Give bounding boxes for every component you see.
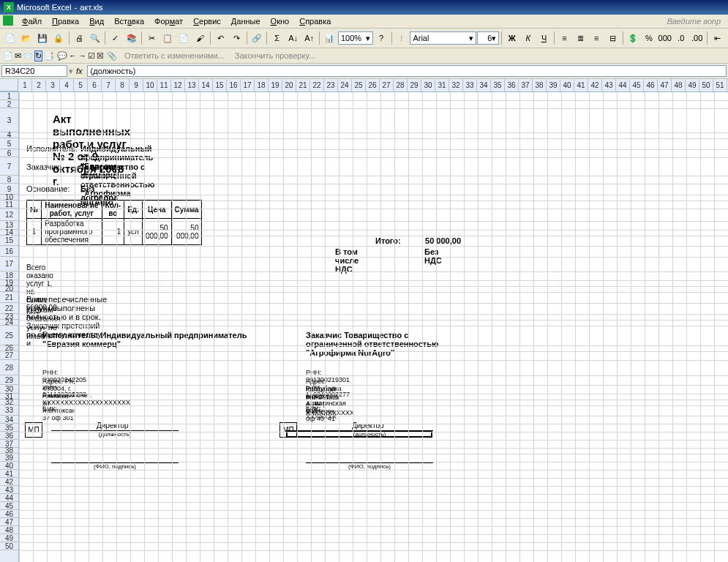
col-header-25[interactable]: 25 — [352, 79, 366, 91]
autosum-button[interactable]: Σ — [269, 30, 285, 46]
row-header-17[interactable]: 17 — [0, 257, 18, 271]
print-button[interactable]: 🖨 — [72, 30, 87, 46]
col-header-38[interactable]: 38 — [533, 79, 547, 91]
row-header-39[interactable]: 39 — [0, 454, 18, 462]
col-header-6[interactable]: 6 — [88, 79, 102, 91]
col-header-14[interactable]: 14 — [199, 79, 213, 91]
row-header-24[interactable]: 24 — [0, 320, 18, 326]
hyperlink-button[interactable]: 🔗 — [249, 30, 264, 46]
col-header-28[interactable]: 28 — [394, 79, 408, 91]
italic-button[interactable]: К — [520, 30, 536, 46]
col-header-43[interactable]: 43 — [602, 79, 616, 91]
row-header-32[interactable]: 32 — [0, 400, 18, 405]
rev4-button[interactable]: ↻ — [34, 50, 42, 61]
row-header-6[interactable]: 6 — [0, 149, 18, 157]
sort-desc-button[interactable]: A↑ — [301, 30, 317, 46]
col-header-39[interactable]: 39 — [547, 79, 560, 91]
col-header-13[interactable]: 13 — [185, 79, 199, 91]
row-header-12[interactable]: 12 — [0, 209, 18, 221]
dec-indent-button[interactable]: ⇤ — [710, 30, 725, 46]
menu-data[interactable]: Данные — [227, 15, 265, 27]
align-right-button[interactable]: ≡ — [589, 30, 604, 46]
col-header-17[interactable]: 17 — [241, 79, 255, 91]
rev2-button[interactable]: ✉ — [15, 51, 21, 61]
row-header-15[interactable]: 15 — [0, 236, 18, 246]
col-header-40[interactable]: 40 — [560, 79, 574, 91]
col-header-21[interactable]: 21 — [296, 79, 310, 91]
menu-format[interactable]: Формат — [150, 15, 187, 27]
copy-button[interactable]: 📋 — [160, 30, 176, 46]
row-header-1[interactable]: 1 — [0, 92, 18, 100]
cut-button[interactable]: ✂ — [144, 30, 160, 46]
rev1-button[interactable]: 📄 — [3, 51, 13, 61]
row-header-48[interactable]: 48 — [0, 526, 18, 534]
menu-help[interactable]: Справка — [295, 15, 335, 27]
research-button[interactable]: 📚 — [124, 30, 139, 46]
row-header-40[interactable]: 40 — [0, 462, 18, 470]
row-header-45[interactable]: 45 — [0, 502, 18, 510]
col-header-42[interactable]: 42 — [588, 79, 602, 91]
merge-button[interactable]: ⊟ — [605, 30, 620, 46]
col-header-24[interactable]: 24 — [338, 79, 352, 91]
col-header-16[interactable]: 16 — [227, 79, 241, 91]
comma-button[interactable]: 000 — [657, 30, 672, 46]
undo-button[interactable]: ↶ — [213, 30, 228, 46]
col-header-27[interactable]: 27 — [380, 79, 394, 91]
col-header-50[interactable]: 50 — [699, 79, 713, 91]
row-header-29[interactable]: 29 — [0, 375, 18, 385]
col-header-48[interactable]: 48 — [672, 79, 686, 91]
col-header-10[interactable]: 10 — [143, 79, 157, 91]
col-header-31[interactable]: 31 — [435, 79, 449, 91]
rev3-button[interactable]: 📨 — [23, 51, 33, 61]
save-button[interactable]: 💾 — [35, 30, 50, 46]
col-header-4[interactable]: 4 — [60, 79, 74, 91]
percent-button[interactable]: % — [641, 30, 656, 46]
row-header-34[interactable]: 34 — [0, 416, 18, 424]
row-header-21[interactable]: 21 — [0, 292, 18, 303]
col-header-11[interactable]: 11 — [157, 79, 171, 91]
menu-view[interactable]: Вид — [85, 15, 108, 27]
row-header-44[interactable]: 44 — [0, 494, 18, 502]
col-header-30[interactable]: 30 — [421, 79, 435, 91]
bold-button[interactable]: Ж — [504, 30, 519, 46]
menu-edit[interactable]: Правка — [48, 15, 83, 27]
row-header-5[interactable]: 5 — [0, 138, 18, 149]
row-header-47[interactable]: 47 — [0, 518, 18, 526]
open-button[interactable]: 📂 — [19, 30, 34, 46]
row-header-25[interactable]: 25 — [0, 326, 18, 345]
fx-label[interactable]: fx — [76, 67, 83, 75]
col-header-26[interactable]: 26 — [366, 79, 380, 91]
help-prompt[interactable]: Введите вопр — [663, 15, 725, 27]
row-header-26[interactable]: 26 — [0, 345, 18, 351]
col-header-20[interactable]: 20 — [282, 79, 296, 91]
menu-tools[interactable]: Сервис — [189, 15, 225, 27]
row-header-42[interactable]: 42 — [0, 478, 18, 486]
col-header-22[interactable]: 22 — [310, 79, 324, 91]
preview-button[interactable]: 🔍 — [87, 30, 102, 46]
worksheet-grid[interactable]: Акт выполненных работ и услуг № 2 от 9 о… — [19, 92, 728, 562]
col-header-37[interactable]: 37 — [519, 79, 533, 91]
row-header-4[interactable]: 4 — [0, 132, 18, 138]
redo-button[interactable]: ↷ — [229, 30, 244, 46]
col-header-12[interactable]: 12 — [171, 79, 185, 91]
col-header-29[interactable]: 29 — [408, 79, 421, 91]
col-header-49[interactable]: 49 — [686, 79, 699, 91]
row-header-16[interactable]: 16 — [0, 246, 18, 257]
row-header-8[interactable]: 8 — [0, 176, 18, 184]
col-header-34[interactable]: 34 — [477, 79, 491, 91]
row-header-49[interactable]: 49 — [0, 534, 18, 542]
row-header-14[interactable]: 14 — [0, 230, 18, 236]
row-header-7[interactable]: 7 — [0, 157, 18, 176]
select-all-corner[interactable] — [0, 79, 18, 91]
col-header-51[interactable]: 51 — [713, 79, 727, 91]
col-header-47[interactable]: 47 — [658, 79, 672, 91]
col-header-41[interactable]: 41 — [574, 79, 588, 91]
menu-file[interactable]: Файл — [18, 15, 46, 27]
col-header-35[interactable]: 35 — [491, 79, 505, 91]
format-painter-button[interactable]: 🖌 — [192, 30, 208, 46]
col-header-44[interactable]: 44 — [616, 79, 630, 91]
row-header-35[interactable]: 35 — [0, 424, 18, 432]
zoom-combo[interactable]: 100%▾ — [338, 31, 373, 45]
col-header-1[interactable]: 1 — [18, 79, 32, 91]
col-header-23[interactable]: 23 — [324, 79, 338, 91]
